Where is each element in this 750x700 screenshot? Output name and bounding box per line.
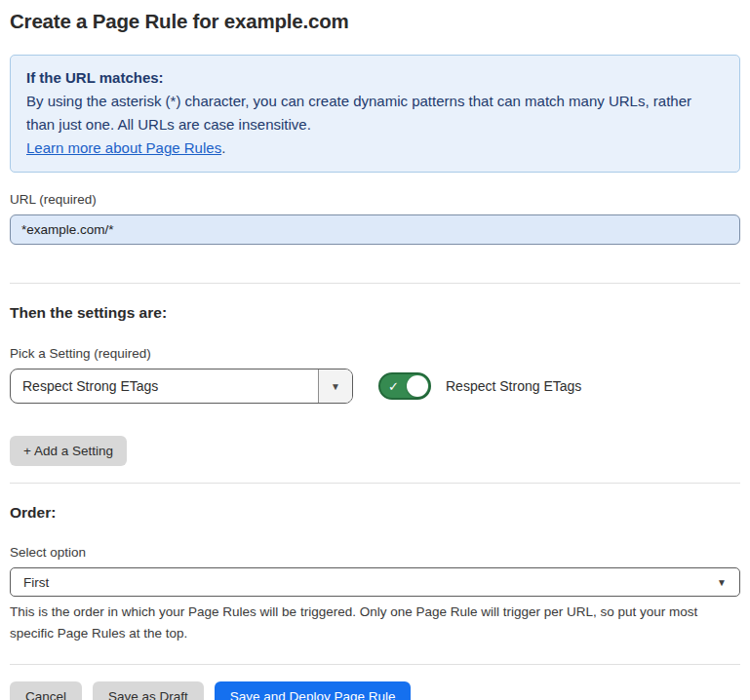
create-page-rule-form: Create a Page Rule for example.com If th… — [0, 0, 750, 700]
section-divider — [10, 483, 740, 484]
add-setting-button[interactable]: + Add a Setting — [10, 436, 127, 466]
url-label: URL (required) — [10, 192, 740, 207]
toggle-knob — [407, 375, 428, 397]
cancel-button[interactable]: Cancel — [10, 681, 82, 700]
url-input[interactable] — [10, 214, 740, 245]
info-box-heading: If the URL matches: — [26, 66, 724, 90]
info-box-link-line: Learn more about Page Rules. — [26, 136, 724, 160]
check-icon: ✓ — [388, 380, 399, 393]
learn-more-link[interactable]: Learn more about Page Rules — [26, 139, 221, 156]
action-button-row: Cancel Save as Draft Save and Deploy Pag… — [10, 681, 740, 700]
save-draft-button[interactable]: Save as Draft — [93, 681, 204, 700]
order-help-text: This is the order in which your Page Rul… — [10, 602, 740, 643]
setting-select-value: Respect Strong ETags — [11, 369, 318, 403]
setting-row: Respect Strong ETags ▼ ✓ Respect Strong … — [10, 369, 740, 404]
chevron-down-icon: ▼ — [331, 381, 340, 392]
etags-toggle[interactable]: ✓ — [378, 372, 431, 400]
order-select-label: Select option — [10, 545, 740, 560]
link-suffix: . — [221, 139, 225, 156]
setting-select-arrow-button[interactable]: ▼ — [318, 369, 352, 403]
section-divider — [10, 664, 740, 665]
chevron-down-icon: ▼ — [717, 577, 727, 588]
order-select-value: First — [23, 575, 717, 590]
order-select[interactable]: First ▼ — [10, 567, 740, 597]
order-heading: Order: — [10, 504, 740, 522]
setting-select[interactable]: Respect Strong ETags ▼ — [10, 369, 353, 404]
section-divider — [10, 283, 740, 284]
settings-heading: Then the settings are: — [10, 304, 740, 322]
etags-toggle-label: Respect Strong ETags — [446, 378, 581, 394]
save-deploy-button[interactable]: Save and Deploy Page Rule — [215, 681, 412, 700]
info-box-body: By using the asterisk (*) character, you… — [26, 90, 724, 136]
page-title: Create a Page Rule for example.com — [10, 10, 740, 33]
url-match-info-box: If the URL matches: By using the asteris… — [10, 55, 740, 173]
setting-picker-label: Pick a Setting (required) — [10, 346, 740, 361]
etags-toggle-group: ✓ Respect Strong ETags — [378, 372, 581, 400]
